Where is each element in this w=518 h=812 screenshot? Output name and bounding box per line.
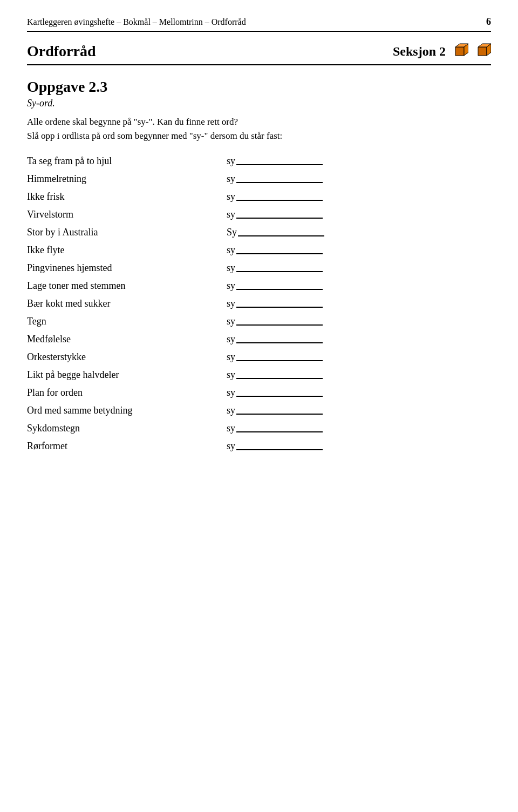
word-clue: Medfølelse [27, 334, 227, 345]
svg-marker-3 [478, 47, 487, 56]
answer-prefix: sy [227, 209, 235, 220]
word-answer: sy [227, 262, 491, 274]
word-clue: Stor by i Australia [27, 227, 227, 238]
word-answer: sy [227, 387, 491, 398]
word-clue: Bær kokt med sukker [27, 298, 227, 309]
word-answer: sy [227, 423, 491, 434]
word-row: Ta seg fram på to hjulsy [27, 152, 491, 170]
answer-prefix: sy [227, 369, 235, 381]
answer-prefix: sy [227, 155, 235, 167]
word-answer: sy [227, 191, 491, 202]
word-clue: Plan for orden [27, 387, 227, 398]
word-row: Tegnsy [27, 313, 491, 330]
word-clue: Lage toner med stemmen [27, 280, 227, 292]
section-label: Seksjon 2 [393, 43, 491, 60]
word-clue: Orkesterstykke [27, 351, 227, 363]
word-row: Likt på begge halvdelersy [27, 366, 491, 384]
cube-icon-1 [451, 43, 468, 60]
answer-line [236, 378, 323, 379]
answer-line [236, 218, 323, 219]
word-row: Virvelstormsy [27, 206, 491, 224]
svg-marker-0 [455, 47, 464, 56]
answer-line [236, 289, 323, 290]
answer-prefix: sy [227, 280, 235, 292]
answer-prefix: sy [227, 262, 235, 274]
section-title: Ordforråd [27, 43, 96, 60]
word-answer: sy [227, 155, 491, 167]
word-answer: sy [227, 316, 491, 327]
answer-line [236, 342, 323, 343]
answer-line [236, 414, 323, 415]
word-row: Rørformetsy [27, 437, 491, 455]
word-answer: sy [227, 245, 491, 256]
word-row: Ikke flytesy [27, 241, 491, 259]
word-row: Ikke frisksy [27, 188, 491, 206]
word-row: Stor by i AustraliaSy [27, 224, 491, 241]
word-answer: sy [227, 351, 491, 363]
word-answer: sy [227, 441, 491, 452]
section-header: Ordforråd Seksjon 2 [27, 43, 491, 65]
word-row: Bær kokt med sukkersy [27, 295, 491, 313]
answer-prefix: sy [227, 405, 235, 416]
word-row: Orkesterstykkesy [27, 348, 491, 366]
answer-prefix: sy [227, 387, 235, 398]
word-row: Sykdomstegnsy [27, 419, 491, 437]
answer-prefix: sy [227, 316, 235, 327]
word-answer: sy [227, 369, 491, 381]
oppgave-title: Oppgave 2.3 [27, 78, 491, 96]
word-row: Lage toner med stemmensy [27, 277, 491, 295]
word-list: Ta seg fram på to hjulsyHimmelretningsyI… [27, 152, 491, 455]
word-clue: Sykdomstegn [27, 423, 227, 434]
word-row: Himmelretningsy [27, 170, 491, 188]
word-answer: sy [227, 405, 491, 416]
word-clue: Ord med samme betydning [27, 405, 227, 416]
answer-line [236, 324, 323, 326]
answer-prefix: sy [227, 441, 235, 452]
word-clue: Virvelstorm [27, 209, 227, 220]
word-answer: sy [227, 173, 491, 185]
word-clue: Rørformet [27, 441, 227, 452]
instruction-1: Alle ordene skal begynne på "sy-". Kan d… [27, 117, 491, 127]
word-answer: sy [227, 280, 491, 292]
answer-prefix: sy [227, 423, 235, 434]
word-clue: Himmelretning [27, 173, 227, 185]
answer-line [236, 182, 323, 183]
answer-line [236, 164, 323, 165]
word-answer: sy [227, 334, 491, 345]
word-clue: Likt på begge halvdeler [27, 369, 227, 381]
word-clue: Ikke flyte [27, 245, 227, 256]
section-label-text: Seksjon 2 [393, 44, 446, 59]
answer-line [236, 431, 323, 432]
cube-icon-2 [474, 43, 491, 60]
answer-line [236, 307, 323, 308]
answer-line [236, 396, 323, 397]
word-clue: Ikke frisk [27, 191, 227, 202]
header-title: Kartleggeren øvingshefte – Bokmål – Mell… [27, 17, 246, 27]
answer-line [236, 360, 323, 361]
answer-line [238, 235, 324, 236]
oppgave-subtitle: Sy-ord. [27, 98, 491, 109]
instruction-2: Slå opp i ordlista på ord som begynner m… [27, 131, 491, 141]
answer-prefix: sy [227, 173, 235, 185]
answer-line [236, 271, 323, 272]
answer-prefix: Sy [227, 227, 237, 238]
header-page: 6 [486, 16, 491, 28]
answer-prefix: sy [227, 191, 235, 202]
answer-line [236, 200, 323, 201]
answer-line [236, 253, 323, 254]
word-answer: Sy [227, 227, 491, 238]
page-header: Kartleggeren øvingshefte – Bokmål – Mell… [27, 16, 491, 32]
answer-prefix: sy [227, 245, 235, 256]
answer-prefix: sy [227, 298, 235, 309]
word-clue: Ta seg fram på to hjul [27, 155, 227, 167]
word-row: Plan for ordensy [27, 384, 491, 402]
word-row: Ord med samme betydningsy [27, 402, 491, 419]
word-clue: Pingvinenes hjemsted [27, 262, 227, 274]
word-row: Medfølelsesy [27, 330, 491, 348]
word-answer: sy [227, 209, 491, 220]
answer-line [236, 449, 323, 450]
word-clue: Tegn [27, 316, 227, 327]
answer-prefix: sy [227, 351, 235, 363]
answer-prefix: sy [227, 334, 235, 345]
word-answer: sy [227, 298, 491, 309]
